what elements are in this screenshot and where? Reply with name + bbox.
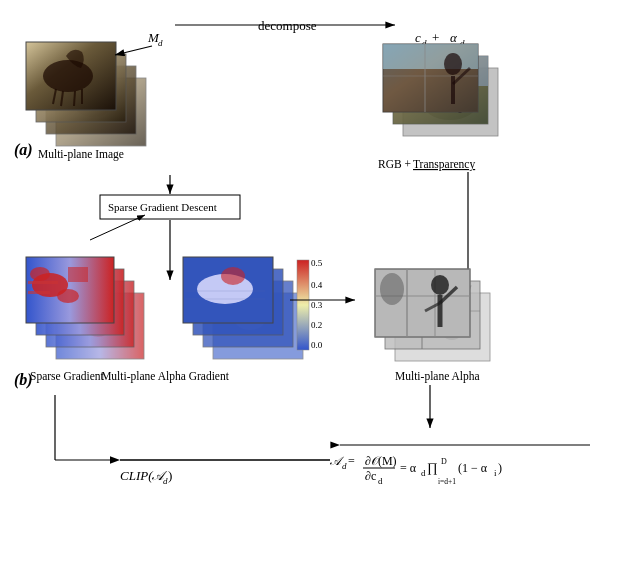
svg-point-32 bbox=[444, 53, 462, 75]
svg-rect-69 bbox=[297, 260, 309, 350]
svg-text:): ) bbox=[168, 468, 172, 483]
svg-rect-55 bbox=[28, 291, 50, 294]
svg-line-14 bbox=[74, 91, 75, 106]
sparse-gradient-label: Sparse Gradient bbox=[30, 370, 105, 383]
svg-line-16 bbox=[115, 46, 152, 55]
colorbar-high: 0.5 bbox=[311, 258, 323, 268]
colorbar-mid-high: 0.4 bbox=[311, 280, 323, 290]
svg-text:∂𝒪(M): ∂𝒪(M) bbox=[365, 454, 397, 468]
panel-a-label: (a) bbox=[14, 141, 33, 159]
svg-text:d: d bbox=[342, 461, 347, 471]
alpha-label: α bbox=[450, 30, 458, 45]
cd-label: c bbox=[415, 30, 421, 45]
svg-rect-52 bbox=[68, 267, 88, 282]
diagram-container: (a) bbox=[0, 0, 640, 568]
svg-point-11 bbox=[43, 60, 93, 92]
svg-text:= α: = α bbox=[400, 461, 417, 475]
svg-rect-54 bbox=[28, 281, 58, 284]
sparse-gradient-descent-label: Sparse Gradient Descent bbox=[108, 201, 217, 213]
svg-text:D: D bbox=[441, 457, 447, 466]
svg-text:(1 − α: (1 − α bbox=[458, 461, 488, 475]
colorbar-mid: 0.3 bbox=[311, 300, 323, 310]
svg-text:d: d bbox=[378, 476, 383, 486]
colorbar-mid-low: 0.2 bbox=[311, 320, 322, 330]
svg-point-85 bbox=[380, 273, 404, 305]
clip-label: CLIP( bbox=[120, 468, 153, 483]
svg-text:=: = bbox=[348, 454, 355, 468]
svg-point-81 bbox=[431, 275, 449, 295]
svg-text:∂c: ∂c bbox=[365, 469, 376, 483]
svg-point-51 bbox=[30, 267, 50, 281]
svg-text:d: d bbox=[421, 468, 426, 478]
svg-rect-28 bbox=[383, 44, 478, 69]
plus-label: + bbox=[432, 30, 439, 45]
svg-point-66 bbox=[221, 267, 245, 285]
md-subscript: d bbox=[158, 38, 163, 48]
transparency-label: Transparency bbox=[413, 158, 475, 171]
svg-text:∏: ∏ bbox=[427, 460, 438, 475]
svg-text:i=d+1: i=d+1 bbox=[438, 477, 456, 486]
svg-text:i: i bbox=[494, 468, 497, 478]
svg-point-53 bbox=[57, 289, 79, 303]
svg-text:): ) bbox=[498, 461, 502, 475]
colorbar-low: 0.0 bbox=[311, 340, 323, 350]
rgb-label: RGB + bbox=[378, 158, 411, 170]
mpi-label: Multi-plane Image bbox=[38, 148, 124, 161]
alpha-gradient-label: Multi-plane Alpha Gradient bbox=[101, 370, 230, 383]
multiplane-alpha-label: Multi-plane Alpha bbox=[395, 370, 480, 383]
